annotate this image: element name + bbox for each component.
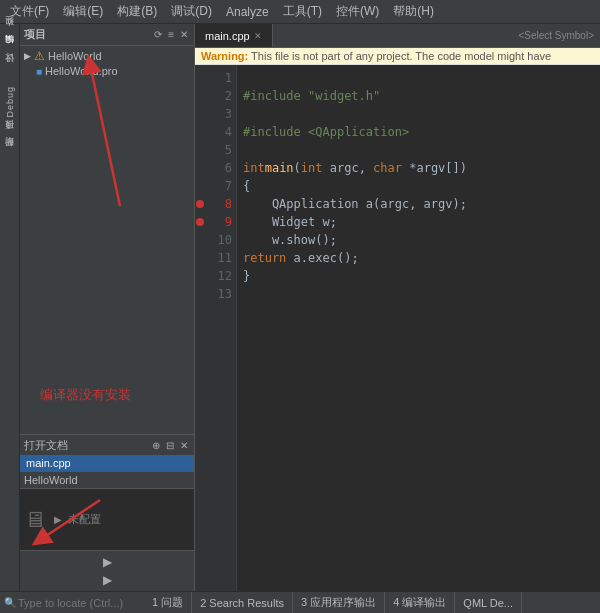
sidebar-item-edit[interactable]: 编辑 bbox=[1, 42, 18, 60]
menu-item-file[interactable]: 文件(F) bbox=[4, 1, 55, 22]
status-search: 🔍 bbox=[4, 597, 144, 609]
editor-tab-bar: main.cpp ✕ <Select Symbol> bbox=[195, 24, 600, 48]
status-compile-output[interactable]: 4 编译输出 bbox=[385, 592, 455, 613]
open-docs-icon3[interactable]: ✕ bbox=[178, 439, 190, 452]
project-warning-icon: ⚠ bbox=[34, 49, 45, 63]
linenum-8: 8 bbox=[209, 195, 236, 213]
compiler-message: 编译器没有安装 bbox=[40, 386, 131, 404]
linenum-7: 7 bbox=[209, 177, 236, 195]
sidebar-item-welcome[interactable]: 欢迎 bbox=[1, 24, 18, 42]
tree-expand-icon: ▶ bbox=[24, 51, 31, 61]
tab-close-icon[interactable]: ✕ bbox=[254, 31, 262, 41]
linenum-11: 11 bbox=[209, 249, 236, 267]
menu-item-edit[interactable]: 编辑(E) bbox=[57, 1, 109, 22]
linenum-4: 4 bbox=[209, 123, 236, 141]
menu-item-analyze[interactable]: Analyze bbox=[220, 3, 275, 21]
open-docs-icon1[interactable]: ⊕ bbox=[150, 439, 162, 452]
menu-item-build[interactable]: 构建(B) bbox=[111, 1, 163, 22]
linenum-10: 10 bbox=[209, 231, 236, 249]
device-area: 🖥 ▶ 未配置 bbox=[20, 489, 194, 550]
menu-item-debug[interactable]: 调试(D) bbox=[165, 1, 218, 22]
code-line-3 bbox=[243, 105, 594, 123]
breakpoint-column bbox=[195, 65, 209, 591]
project-tree: ▶ ⚠ HelloWorld ■ HelloWorld.pro bbox=[20, 46, 194, 80]
warn-text: This file is not part of any project. Th… bbox=[251, 50, 551, 62]
status-app-output[interactable]: 3 应用程序输出 bbox=[293, 592, 385, 613]
panel-toolbar: ⟳ ≡ ✕ bbox=[152, 28, 190, 41]
run-button[interactable]: ▶ bbox=[103, 555, 112, 569]
menu-item-help[interactable]: 帮助(H) bbox=[387, 1, 440, 22]
bp-10 bbox=[195, 231, 205, 249]
code-line-12: } bbox=[243, 267, 594, 285]
main-layout: 欢迎 编辑 设计 Debug 项目 帮助 项目 ⟳ ≡ ✕ ▶ ⚠ HelloW… bbox=[0, 24, 600, 591]
linenum-13: 13 bbox=[209, 285, 236, 303]
tab-label: main.cpp bbox=[205, 30, 250, 42]
code-line-4: #include <QApplication> bbox=[243, 123, 594, 141]
line-numbers: 1 2 3 4 5 6 7 8 9 10 11 12 13 bbox=[209, 65, 237, 591]
code-line-2: #include "widget.h" bbox=[243, 87, 594, 105]
editor-tab-main-cpp[interactable]: main.cpp ✕ bbox=[195, 24, 273, 47]
left-panel: 项目 ⟳ ≡ ✕ ▶ ⚠ HelloWorld ■ HelloWorld.pro bbox=[20, 24, 195, 591]
svg-line-1 bbox=[90, 64, 120, 206]
code-line-9: Widget w; bbox=[243, 213, 594, 231]
bp-11 bbox=[195, 249, 205, 267]
code-line-11: return a.exec(); bbox=[243, 249, 594, 267]
code-content[interactable]: #include "widget.h" #include <QApplicati… bbox=[237, 65, 600, 591]
bp-1 bbox=[195, 69, 205, 87]
code-line-8: QApplication a(argc, argv); bbox=[243, 195, 594, 213]
code-line-7: { bbox=[243, 177, 594, 195]
debug-run-button[interactable]: ▶ bbox=[103, 573, 112, 587]
tree-item-helloworld[interactable]: ▶ ⚠ HelloWorld bbox=[20, 48, 194, 64]
editor-panel: main.cpp ✕ <Select Symbol> Warning: This… bbox=[195, 24, 600, 591]
bp-4 bbox=[195, 123, 205, 141]
menu-item-tools[interactable]: 工具(T) bbox=[277, 1, 328, 22]
code-line-5 bbox=[243, 141, 594, 159]
bp-5 bbox=[195, 141, 205, 159]
bp-7 bbox=[195, 177, 205, 195]
linenum-2: 2 bbox=[209, 87, 236, 105]
code-line-6: int main(int argc, char *argv[]) bbox=[243, 159, 594, 177]
red-arrow-overlay: 编译器没有安装 bbox=[20, 46, 194, 434]
locate-input[interactable] bbox=[18, 597, 138, 609]
linenum-12: 12 bbox=[209, 267, 236, 285]
status-bar: 🔍 1 问题 2 Search Results 3 应用程序输出 4 编译输出 … bbox=[0, 591, 600, 613]
bp-12 bbox=[195, 267, 205, 285]
open-docs-toolbar: ⊕ ⊟ ✕ bbox=[150, 439, 190, 452]
bp-8 bbox=[195, 195, 205, 213]
panel-filter-icon[interactable]: ≡ bbox=[166, 28, 176, 41]
symbol-select[interactable]: <Select Symbol> bbox=[512, 30, 600, 41]
open-docs-header: 打开文档 ⊕ ⊟ ✕ bbox=[20, 435, 194, 455]
status-qml-debug[interactable]: QML De... bbox=[455, 592, 522, 613]
linenum-9: 9 bbox=[209, 213, 236, 231]
sidebar-item-debug[interactable]: Debug bbox=[3, 78, 17, 126]
tree-project-label: HelloWorld bbox=[48, 50, 102, 62]
status-search-results[interactable]: 2 Search Results bbox=[192, 592, 293, 613]
sidebar-labels: 欢迎 编辑 设计 Debug 项目 帮助 bbox=[0, 24, 20, 591]
tree-file-label: HelloWorld.pro bbox=[45, 65, 118, 77]
menu-item-controls[interactable]: 控件(W) bbox=[330, 1, 385, 22]
warning-bar: Warning: This file is not part of any pr… bbox=[195, 48, 600, 65]
status-problems[interactable]: 1 问题 bbox=[144, 592, 192, 613]
open-docs-icon2[interactable]: ⊟ bbox=[164, 439, 176, 452]
code-line-10: w.show(); bbox=[243, 231, 594, 249]
linenum-6: 6 bbox=[209, 159, 236, 177]
bp-2 bbox=[195, 87, 205, 105]
project-area: ▶ ⚠ HelloWorld ■ HelloWorld.pro bbox=[20, 46, 194, 434]
open-docs-file-item[interactable]: main.cpp bbox=[20, 455, 194, 471]
open-docs-title: 打开文档 bbox=[24, 438, 68, 453]
code-line-1 bbox=[243, 69, 594, 87]
tree-item-helloworld-pro[interactable]: ■ HelloWorld.pro bbox=[20, 64, 194, 78]
bp-13 bbox=[195, 285, 205, 303]
sidebar-item-help[interactable]: 帮助 bbox=[1, 144, 18, 162]
device-section: HelloWorld 🖥 ▶ 未配置 ▶ ▶ bbox=[20, 471, 194, 591]
linenum-3: 3 bbox=[209, 105, 236, 123]
sidebar-item-project[interactable]: 项目 bbox=[1, 126, 18, 144]
code-editor[interactable]: 1 2 3 4 5 6 7 8 9 10 11 12 13 #include "… bbox=[195, 65, 600, 591]
project-name-bar: HelloWorld bbox=[20, 472, 194, 489]
bp-9 bbox=[195, 213, 205, 231]
panel-close-icon[interactable]: ✕ bbox=[178, 28, 190, 41]
sidebar-item-design[interactable]: 设计 bbox=[1, 60, 18, 78]
search-icon: 🔍 bbox=[4, 597, 16, 608]
panel-sync-icon[interactable]: ⟳ bbox=[152, 28, 164, 41]
project-panel-title: 项目 bbox=[24, 27, 46, 42]
